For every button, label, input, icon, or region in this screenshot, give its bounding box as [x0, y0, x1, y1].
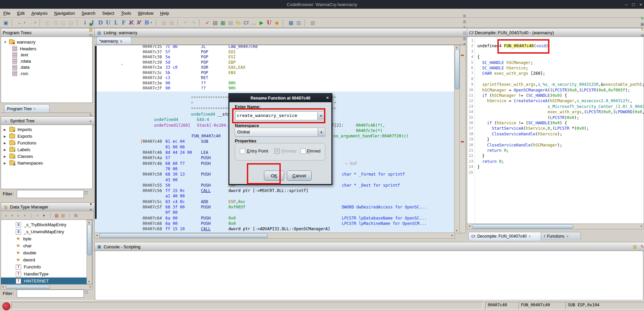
new-tree-icon[interactable]: ▣ [88, 21, 94, 27]
tab-decompile-fun-00407c40[interactable]: CfDecompile: FUN_00407c40× [468, 232, 545, 240]
scroll-left-icon[interactable]: ◂ [96, 234, 98, 237]
tree-item-wannacry[interactable]: ▼▶wannacry [4, 40, 36, 45]
tree-item-rsrc[interactable]: .rsrc [12, 71, 28, 76]
data-type-FuncInfo[interactable]: TFuncInfo [1, 263, 93, 270]
chevron-down-icon[interactable]: ▾ [24, 21, 27, 24]
tree-item-Headers[interactable]: Headers [12, 46, 36, 51]
open-folder-icon[interactable]: ▤ [88, 27, 94, 33]
scrollbar-thumb[interactable] [472, 224, 573, 229]
back-icon[interactable]: ◂ [3, 213, 9, 219]
bookmark-letter-b-icon[interactable]: B [143, 19, 151, 26]
data-type-_s_TryBlockMapEntry[interactable]: S_s_TryBlockMapEntry [1, 221, 93, 228]
grid-view-icon[interactable]: ▥ [295, 19, 303, 26]
data-type-char[interactable]: ⚒char [1, 242, 93, 249]
data-type-byte[interactable]: ⚒byte [1, 235, 93, 242]
validate-icon[interactable]: ✓ [204, 19, 211, 26]
tab-wannacry[interactable]: *wannacry × [96, 37, 132, 45]
menu-item-search[interactable]: Search [78, 9, 99, 17]
scrollbar-thumb[interactable] [99, 233, 268, 238]
run-script-icon[interactable]: ▶ [258, 19, 265, 26]
undefine-letter-u-icon[interactable]: U [104, 19, 112, 26]
close-icon[interactable]: × [326, 95, 329, 100]
chevron-down-icon[interactable]: ▾ [35, 21, 38, 24]
data-type-dword[interactable]: ⚒dword [1, 256, 93, 263]
menu-item-tools[interactable]: Tools [118, 9, 135, 17]
close-icon[interactable]: × [34, 107, 36, 111]
more-icon[interactable]: … [250, 19, 258, 26]
menu-item-file[interactable]: File [0, 9, 14, 17]
sidebar-item-functions[interactable]: ▶fFunctions [4, 140, 36, 145]
close-icon[interactable]: × [567, 235, 569, 238]
scroll-right-icon[interactable]: ▸ [451, 234, 453, 237]
dtm-vertical-scrollbar[interactable]: ▴▾ [87, 220, 92, 284]
decompile-horizontal-scrollbar[interactable]: ◂ ▸ [467, 224, 644, 229]
letter-k-disabled-icon[interactable]: K [127, 19, 135, 26]
tab-functions[interactable]: fFunctions× [541, 232, 581, 240]
notes-icon[interactable]: ▤ [227, 19, 234, 26]
cancel-button[interactable]: Cancel [287, 171, 312, 181]
scroll-down-icon[interactable]: ▾ [456, 229, 458, 232]
decompiler-cf-icon[interactable]: Cf [242, 19, 250, 26]
filter-settings-icon[interactable]: ⛉ [85, 290, 88, 296]
goto-icon[interactable]: ▸ [88, 118, 94, 124]
dialog-titlebar[interactable]: Rename Function at 00407c40 × [229, 94, 331, 102]
copy-icon[interactable]: ▣ [462, 13, 468, 18]
memory-map-icon[interactable]: ▦ [219, 19, 227, 26]
scroll-up-icon[interactable]: ▴ [456, 46, 458, 49]
scroll-lock-icon[interactable]: ▤ [632, 244, 638, 250]
filter-pointers-icon[interactable]: ▤ [60, 213, 66, 219]
scroll-up-icon[interactable]: ▴ [88, 221, 90, 224]
function-letter-f-icon[interactable]: F [120, 19, 127, 26]
data-type-double[interactable]: ⚒double [1, 249, 93, 256]
close-icon[interactable]: × [529, 235, 531, 238]
close-icon[interactable]: × [639, 2, 642, 7]
close-icon[interactable]: × [120, 39, 122, 43]
sidebar-item-namespaces[interactable]: ▶{}Namespaces [4, 161, 43, 166]
data-type-_s_UnwindMapEntry[interactable]: S_s_UnwindMapEntry [1, 228, 93, 235]
console-output[interactable] [95, 251, 643, 300]
scrollbar-thumb[interactable] [6, 285, 50, 289]
scroll-down-icon[interactable]: ▾ [88, 280, 90, 283]
chevron-down-icon[interactable]: ▾ [151, 21, 154, 24]
label-letter-l-icon[interactable]: L [112, 19, 120, 26]
paste-icon[interactable]: ▣ [462, 18, 468, 24]
panel-menu-icon[interactable]: ▾ [88, 201, 94, 207]
menu-item-edit[interactable]: Edit [14, 9, 28, 17]
scrollbar-thumb[interactable] [455, 50, 460, 89]
listing-horizontal-scrollbar[interactable]: ◂ ▸ [94, 233, 455, 239]
union-icon[interactable]: U [265, 19, 273, 26]
tab-program-tree[interactable]: Program Tree × [4, 104, 50, 113]
menu-item-navigation[interactable]: Navigation [51, 9, 78, 17]
clear-console-icon[interactable]: ✎ [639, 244, 644, 250]
tree-item-data[interactable]: .data [12, 65, 30, 70]
sidebar-item-classes[interactable]: ▶CClasses [4, 154, 33, 159]
sidebar-item-labels[interactable]: ▶●Labels [4, 147, 30, 152]
copy-icon[interactable]: ▣ [639, 21, 644, 27]
scroll-right-icon[interactable]: ▸ [90, 285, 91, 288]
filter-arrays-icon[interactable]: ▤ [54, 213, 60, 219]
forward-icon[interactable]: ▸ [15, 213, 21, 219]
menu-item-select[interactable]: Select [99, 9, 118, 17]
edit-icon[interactable]: ✎ [639, 27, 644, 33]
data-letter-d-icon[interactable]: D [97, 19, 104, 26]
menu-item-help[interactable]: Help [157, 9, 172, 17]
tree-item-rdata[interactable]: .rdata [12, 58, 31, 64]
chevron-down-icon[interactable]: ▼ [318, 128, 325, 136]
display-options-icon[interactable]: ⁘ [35, 213, 41, 219]
format-icon[interactable]: fo [234, 19, 242, 26]
scrollbar-thumb[interactable] [87, 225, 92, 255]
dtm-filter-input[interactable] [17, 290, 84, 298]
collapse-all-icon[interactable]: ⊟ [73, 213, 79, 219]
binary-editor-icon[interactable]: ▤ [211, 19, 219, 26]
dtm-horizontal-scrollbar[interactable]: ◂ ▸ [1, 284, 93, 290]
data-type-HandlerType[interactable]: THandlerType [1, 270, 93, 277]
menu-item-analysis[interactable]: Analysis [28, 9, 51, 17]
checkbox-pinned[interactable] [301, 148, 306, 154]
data-type-HINTERNET[interactable]: THINTERNET [1, 277, 93, 285]
menu-item-window[interactable]: Window [135, 9, 157, 17]
tree-item-text[interactable]: .text [12, 52, 28, 58]
scroll-right-icon[interactable]: ▸ [641, 225, 642, 228]
table-view-icon[interactable]: ▦ [287, 19, 295, 26]
save-icon[interactable]: ▣ [2, 19, 10, 26]
letter-v-disabled-icon[interactable]: V [135, 19, 143, 26]
